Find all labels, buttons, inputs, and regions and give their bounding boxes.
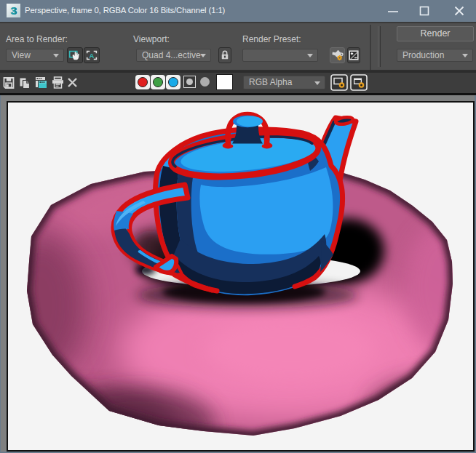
svg-text:3: 3 (10, 5, 16, 17)
svg-text:A: A (90, 52, 95, 60)
